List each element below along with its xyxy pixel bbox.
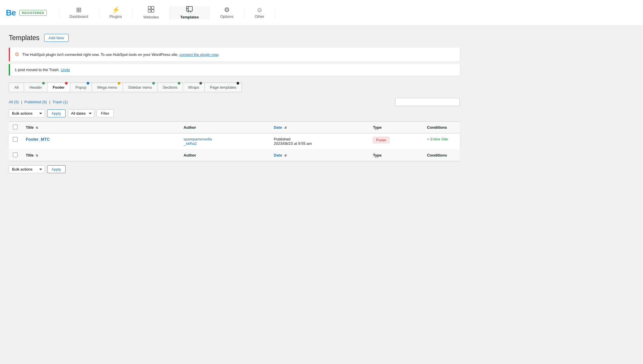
main-content: Templates Add New ⚙ The HubSpot plugin i…	[0, 26, 468, 181]
separator-2: |	[49, 100, 50, 104]
nav-item-other[interactable]: ☺ Other	[244, 7, 275, 19]
tab-sidebar-menu[interactable]: Sidebar menu	[123, 83, 158, 92]
table-body: Footer_MTC sparepartsmedia_xkfha2 Publis…	[9, 133, 460, 150]
templates-table: Title ⇅ Author Date ⇵ Type Conditions Fo…	[9, 121, 460, 161]
tab-sections[interactable]: Sections	[157, 83, 183, 92]
hubspot-notice-text: The HubSpot plugin isn't connected right…	[22, 52, 219, 57]
tab-header[interactable]: Header	[24, 83, 47, 92]
row-check-cell	[9, 133, 22, 150]
logo-area: Be REGISTERED	[6, 8, 47, 18]
svg-rect-1	[151, 6, 154, 9]
add-new-button[interactable]: Add New	[44, 34, 69, 42]
date-sort-link-footer[interactable]: Date ⇵	[274, 153, 287, 157]
row-title-link[interactable]: Footer_MTC	[26, 137, 50, 142]
col-conditions-header: Conditions	[423, 122, 460, 133]
col-title-footer: Title ⇅	[22, 150, 179, 161]
table-header: Title ⇅ Author Date ⇵ Type Conditions	[9, 122, 460, 133]
footer-dot	[65, 82, 68, 85]
col-check-footer	[9, 150, 22, 161]
trash-status-link[interactable]: Trash (1)	[52, 100, 68, 104]
connect-plugin-link[interactable]: connect the plugin now	[179, 52, 218, 57]
published-status-link[interactable]: Published (5)	[24, 100, 47, 104]
nav-label-other: Other	[255, 14, 264, 19]
nav-item-dashboard[interactable]: ⊞ Dashboard	[59, 7, 99, 19]
row-date-cell: Published 2023/08/23 at 9:55 am	[270, 133, 369, 150]
nav-item-plugins[interactable]: ⚡ Plugins	[99, 7, 133, 19]
date-sort-icon[interactable]: ⇵	[284, 126, 287, 129]
select-all-checkbox[interactable]	[13, 125, 18, 129]
main-nav: ⊞ Dashboard ⚡ Plugins Websites	[59, 6, 637, 19]
col-check-header	[9, 122, 22, 133]
bulk-actions-select[interactable]: Bulk actions Move to Trash	[9, 109, 45, 117]
mega-menu-dot	[118, 82, 120, 85]
table-footer: Title ⇅ Author Date ⇵ Type Conditions	[9, 150, 460, 161]
all-status-link[interactable]: All (5)	[9, 100, 19, 104]
tab-page-templates[interactable]: Page templates	[204, 83, 242, 92]
trash-notice-text: 1 post moved to the Trash. Undo	[15, 68, 70, 72]
col-type-header: Type	[369, 122, 423, 133]
tab-footer[interactable]: Footer	[47, 83, 70, 92]
status-bar: All (5) | Published (5) | Trash (1)	[9, 98, 460, 106]
sidebar-menu-dot	[152, 82, 155, 85]
row-status: Published	[274, 137, 290, 141]
svg-rect-3	[151, 10, 154, 12]
date-sort-link[interactable]: Date ⇵	[274, 125, 287, 130]
wraps-dot	[199, 82, 202, 85]
nav-label-templates: Templates	[180, 15, 199, 19]
hubspot-icon: ⚙	[15, 51, 19, 58]
row-conditions-cell: + Entire Site	[423, 133, 460, 150]
logo[interactable]: Be	[6, 8, 16, 18]
nav-label-options: Options	[220, 14, 233, 19]
tab-mega-menu[interactable]: Mega menu	[92, 83, 123, 92]
date-filter-select[interactable]: All dates 2023	[68, 109, 94, 117]
nav-label-dashboard: Dashboard	[69, 14, 88, 19]
row-conditions-link[interactable]: + Entire Site	[427, 137, 448, 141]
top-apply-button[interactable]: Apply	[47, 109, 66, 117]
title-sort-icon-footer[interactable]: ⇅	[36, 154, 38, 157]
bottom-bulk-actions-select[interactable]: Bulk actions Move to Trash	[9, 165, 45, 173]
popup-dot	[87, 82, 89, 85]
top-toolbar: Bulk actions Move to Trash Apply All dat…	[9, 109, 460, 117]
templates-icon	[186, 6, 193, 14]
row-date: 2023/08/23 at 9:55 am	[274, 141, 312, 146]
tab-all[interactable]: All	[9, 83, 24, 92]
col-date-header: Date ⇵	[270, 122, 369, 133]
col-conditions-footer: Conditions	[423, 150, 460, 161]
date-sort-icon-footer[interactable]: ⇵	[284, 154, 287, 157]
page-title: Templates	[9, 34, 40, 42]
row-type-cell: Footer	[369, 133, 423, 150]
separator-1: |	[21, 100, 22, 104]
bottom-toolbar: Bulk actions Move to Trash Apply	[9, 165, 460, 173]
filter-button[interactable]: Filter	[97, 109, 114, 117]
table-row: Footer_MTC sparepartsmedia_xkfha2 Publis…	[9, 133, 460, 150]
nav-item-templates[interactable]: Templates	[170, 6, 210, 19]
nav-item-options[interactable]: ⚙ Options	[210, 7, 244, 19]
other-icon: ☺	[256, 7, 263, 13]
nav-item-websites[interactable]: Websites	[133, 6, 170, 19]
select-all-checkbox-bottom[interactable]	[13, 152, 18, 157]
options-icon: ⚙	[224, 7, 230, 13]
title-sort-icon[interactable]: ⇅	[36, 126, 38, 129]
col-author-footer: Author	[179, 150, 270, 161]
header-dot	[42, 82, 45, 85]
search-input[interactable]	[395, 98, 460, 106]
page-templates-dot	[237, 82, 239, 85]
sections-dot	[178, 82, 180, 85]
row-title-cell: Footer_MTC	[22, 133, 179, 150]
bottom-apply-button[interactable]: Apply	[47, 165, 66, 173]
svg-rect-4	[187, 6, 192, 11]
websites-icon	[148, 6, 154, 14]
hubspot-notice: ⚙ The HubSpot plugin isn't connected rig…	[9, 48, 460, 61]
page-title-row: Templates Add New	[9, 34, 460, 42]
row-author-link[interactable]: sparepartsmedia_xkfha2	[184, 137, 212, 146]
tab-popup[interactable]: Popup	[70, 83, 92, 92]
undo-link[interactable]: Undo	[61, 68, 70, 72]
tab-wraps[interactable]: Wraps	[183, 83, 205, 92]
trash-notice: 1 post moved to the Trash. Undo	[9, 64, 460, 75]
top-nav: Be REGISTERED ⊞ Dashboard ⚡ Plugins Webs…	[0, 0, 643, 26]
row-checkbox[interactable]	[13, 137, 18, 142]
dashboard-icon: ⊞	[76, 7, 81, 13]
row-author-cell: sparepartsmedia_xkfha2	[179, 133, 270, 150]
plugins-icon: ⚡	[112, 7, 120, 13]
row-type-badge: Footer	[373, 137, 390, 143]
